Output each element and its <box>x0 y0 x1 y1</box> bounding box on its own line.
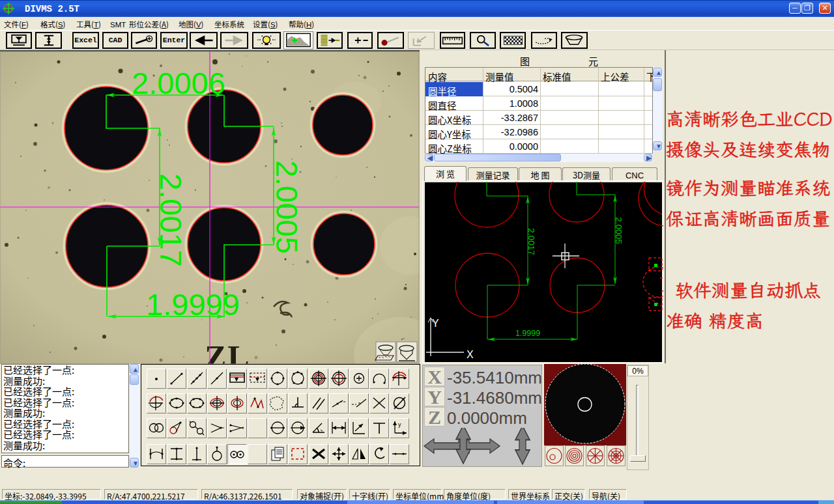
svg-text:Y: Y <box>432 318 439 329</box>
svg-text:2.0006: 2.0006 <box>132 66 225 100</box>
svg-text:1.9999: 1.9999 <box>515 329 540 338</box>
svg-text:X: X <box>467 349 474 360</box>
svg-text:2.0005: 2.0005 <box>270 160 304 254</box>
svg-text:ZL: ZL <box>205 339 251 364</box>
svg-text:2.0017: 2.0017 <box>154 173 188 267</box>
svg-text:1.9999: 1.9999 <box>146 287 240 322</box>
svg-text:y: y <box>398 421 401 428</box>
svg-text:2.0005: 2.0005 <box>614 217 624 244</box>
svg-text:2.0017: 2.0017 <box>526 228 536 255</box>
